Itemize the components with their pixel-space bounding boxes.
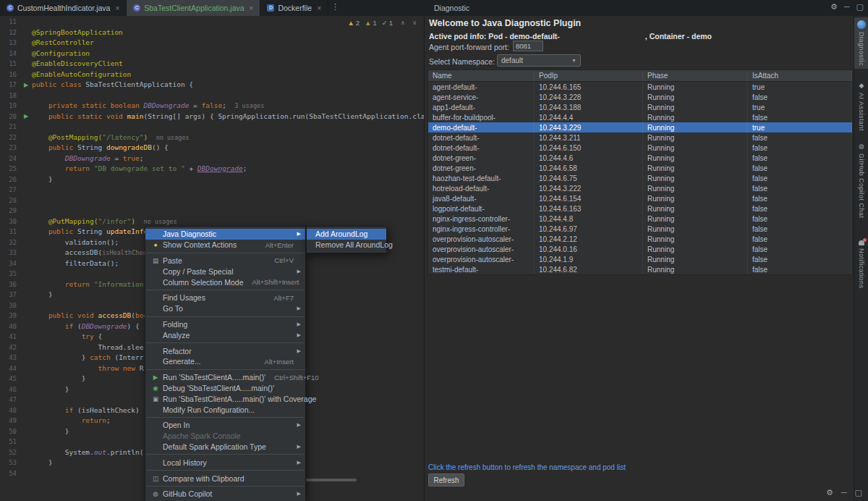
line-number[interactable]: 54 (0, 470, 20, 477)
line-number[interactable]: 22 (0, 134, 20, 141)
line-number[interactable]: 14 (0, 50, 20, 57)
line-number[interactable]: 35 (0, 270, 20, 277)
code-line[interactable]: 23 public String downgradeDB() { (0, 143, 424, 153)
line-number[interactable]: 18 (0, 92, 20, 99)
table-row[interactable]: hotreload-default-10.244.3.222Runningfal… (428, 183, 852, 193)
code-line[interactable]: 13@RestController (0, 38, 424, 49)
table-row[interactable]: haozhan-test-default-10.244.6.75Runningf… (428, 173, 852, 183)
refresh-button[interactable]: Refresh (428, 473, 464, 487)
menu-item[interactable]: ◍GitHub Copilot▶ (145, 489, 305, 500)
line-number[interactable]: 12 (0, 29, 20, 36)
menu-item[interactable]: ▶Run 'SbaTestClientA.....main()'Ctrl+Shi… (145, 372, 305, 383)
column-header[interactable]: IsAttach (748, 70, 852, 81)
line-number[interactable]: 27 (0, 186, 20, 193)
line-number[interactable]: 51 (0, 438, 20, 445)
code-line[interactable]: 17▶public class SbaTestClientApplication… (0, 80, 424, 90)
menu-item[interactable]: Open In▶ (145, 420, 305, 431)
layout-icon[interactable]: ▢ (855, 488, 862, 497)
line-number[interactable]: 37 (0, 291, 20, 298)
menu-item[interactable]: Find UsagesAlt+F7 (145, 292, 305, 303)
code-line[interactable]: 25 return "DB downgrade set to " + DBDow… (0, 164, 424, 174)
inspection-widget[interactable]: ▲2▲1✓1∧ ∨ (347, 19, 420, 27)
line-number[interactable]: 45 (0, 375, 20, 382)
table-row[interactable]: overprovision-autoscaler-10.244.1.9Runni… (428, 254, 852, 264)
table-row[interactable]: agent-default-10.244.6.165Runningtrue (428, 82, 852, 92)
table-row[interactable]: testmi-default-10.244.6.82Runningfalse (428, 264, 852, 274)
table-row[interactable]: java8-default-10.244.6.154Runningfalse (428, 193, 852, 203)
code-line[interactable]: 22 @PostMapping("/latency") no usages (0, 132, 424, 143)
table-row[interactable]: dotnet-default-10.244.6.150Runningfalse (428, 143, 852, 153)
line-number[interactable]: 49 (0, 417, 20, 424)
menu-item[interactable]: ●Show Context ActionsAlt+Enter (145, 240, 305, 250)
line-number[interactable]: 47 (0, 396, 20, 403)
table-row[interactable]: overprovision-autoscaler-10.244.0.16Runn… (428, 244, 852, 254)
column-header[interactable]: PodIp (535, 70, 643, 81)
menu-item[interactable]: ◫Compare with Clipboard (145, 473, 305, 484)
stripe-item-diagnostic[interactable]: Diagnostic (854, 17, 868, 69)
column-header[interactable]: Name (428, 70, 535, 81)
line-number[interactable]: 17 (0, 81, 20, 88)
editor-tab[interactable]: CCustomHealthIndicator.java× (0, 0, 127, 16)
code-line[interactable]: 18 (0, 90, 424, 101)
table-row[interactable]: nginx-ingress-controller-10.244.6.97Runn… (428, 224, 852, 234)
code-line[interactable]: 24 DBDowngrade = true; (0, 153, 424, 164)
line-number[interactable]: 40 (0, 323, 20, 330)
run-gutter-icon[interactable]: ▶ (20, 82, 32, 88)
line-number[interactable]: 23 (0, 144, 20, 151)
line-number[interactable]: 36 (0, 281, 20, 288)
line-number[interactable]: 46 (0, 386, 20, 393)
close-icon[interactable]: × (317, 4, 321, 12)
code-line[interactable]: 21 (0, 122, 424, 132)
code-line[interactable]: 30 @PutMapping("/infor") no usages (0, 216, 424, 227)
minimize-icon[interactable]: ─ (841, 488, 847, 497)
code-line[interactable]: 14@Configuration (0, 49, 424, 59)
line-number[interactable]: 48 (0, 407, 20, 414)
menu-item[interactable]: Go To▶ (145, 303, 305, 314)
line-number[interactable]: 41 (0, 333, 20, 340)
menu-item[interactable]: Column Selection ModeAlt+Shift+Insert (145, 277, 305, 287)
editor-tab[interactable]: CSbaTestClientApplication.java× (127, 0, 260, 16)
table-row[interactable]: demo-default-10.244.3.229Runningtrue (428, 122, 852, 132)
table-row[interactable]: dotnet-green-10.244.6.58Runningfalse (428, 163, 852, 173)
submenu-item[interactable]: Add AroundLog (307, 229, 386, 240)
stripe-item-github-copilot-chat[interactable]: ◍GitHub Copilot Chat (854, 139, 868, 219)
line-number[interactable]: 50 (0, 428, 20, 435)
line-number[interactable]: 34 (0, 260, 20, 267)
table-row[interactable]: buffer-for-buildpool-10.244.4.4Runningfa… (428, 112, 852, 122)
code-line[interactable]: 12@SpringBootApplication (0, 28, 424, 38)
namespace-dropdown[interactable]: default ▼ (497, 54, 581, 67)
menu-item[interactable]: Copy / Paste Special▶ (145, 266, 305, 277)
line-number[interactable]: 38 (0, 302, 20, 309)
menu-item[interactable]: Modify Run Configuration... (145, 404, 305, 415)
line-number[interactable]: 20 (0, 113, 20, 120)
line-number[interactable]: 43 (0, 354, 20, 361)
more-tabs-icon[interactable]: ⋮ (328, 0, 344, 16)
menu-item[interactable]: ▤PasteCtrl+V (145, 256, 305, 266)
close-icon[interactable]: × (115, 4, 119, 12)
line-number[interactable]: 29 (0, 207, 20, 214)
menu-item[interactable]: Analyze▶ (145, 329, 305, 340)
menu-item[interactable]: Java Diagnostic▶ (145, 229, 305, 240)
table-row[interactable]: overprovision-autoscaler-10.244.2.12Runn… (428, 234, 852, 244)
line-number[interactable]: 16 (0, 71, 20, 78)
code-line[interactable]: 28 (0, 195, 424, 206)
code-line[interactable]: 29 (0, 206, 424, 216)
column-header[interactable]: Phase (643, 70, 748, 81)
code-line[interactable]: 26 } (0, 174, 424, 185)
port-input[interactable] (513, 41, 543, 51)
stripe-item-notifications[interactable]: Notifications (854, 236, 868, 289)
line-number[interactable]: 13 (0, 39, 20, 46)
table-row[interactable]: agent-service-10.244.3.228Runningfalse (428, 92, 852, 102)
line-number[interactable]: 26 (0, 176, 20, 183)
line-number[interactable]: 52 (0, 449, 20, 456)
code-line[interactable]: 19 private static boolean DBDowngrade = … (0, 101, 424, 111)
prev-next-icons[interactable]: ∧ ∨ (401, 20, 420, 26)
line-number[interactable]: 53 (0, 459, 20, 466)
gear-icon[interactable]: ⚙ (826, 488, 833, 497)
table-row[interactable]: dotnet-default-10.244.3.211Runningfalse (428, 132, 852, 143)
menu-item[interactable]: Folding▶ (145, 319, 305, 330)
code-line[interactable]: 16@EnableAutoConfiguration (0, 70, 424, 80)
line-number[interactable]: 44 (0, 365, 20, 372)
line-number[interactable]: 19 (0, 102, 20, 109)
editor-tab[interactable]: DDockerfile× (260, 0, 328, 16)
